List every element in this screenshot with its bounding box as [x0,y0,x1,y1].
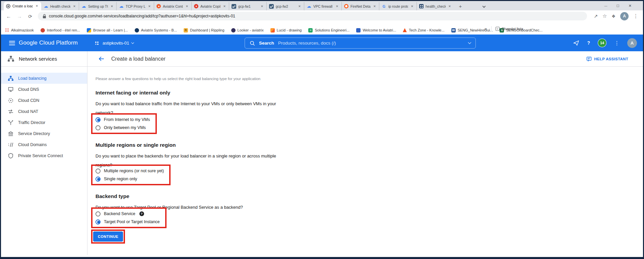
window-controls [593,1,643,10]
bookmark-learn[interactable]: Browse all - Learn |... [87,28,128,33]
tab-gcp-fw1[interactable]: gcp-fw1 [229,2,266,10]
back-icon[interactable] [6,13,12,19]
radio-icon[interactable] [95,219,101,224]
close-icon[interactable] [147,5,151,8]
bookmark-label: Welcome to Aviatri... [363,28,396,32]
bookmark-solutions[interactable]: Solutions Engineeri... [308,28,349,33]
project-selector[interactable]: astipkovits-01 [95,41,134,46]
tab-setting-up-tc[interactable]: Setting up TC [79,2,116,10]
close-icon[interactable] [260,5,264,8]
sidebar-item-cloud-domains[interactable]: Cloud Domains [1,139,87,150]
tab-aviatrix-controller[interactable]: Aviatrix Contr [154,2,191,10]
new-tab-button[interactable] [456,2,465,10]
tab-firenet-detail[interactable]: FireNet Detail [341,2,379,10]
menu-icon[interactable] [9,40,15,46]
sidebar-item-label: Cloud NAT [18,109,38,114]
sidebar-item-label: Service Directory [18,131,50,136]
share-icon[interactable] [594,13,598,19]
tab-tcp-proxy[interactable]: TCP Proxy Loa [116,2,154,10]
bookmark-aviatrix[interactable]: Aviatrix Systems - B... [135,28,177,33]
radio-icon[interactable] [95,211,101,216]
page-header: Create a load balancer HELP ASSISTANT [87,51,643,66]
interfood-icon [41,28,45,33]
looker-icon [231,28,236,33]
bookmark-label: Dashboard | Rippling [190,28,224,32]
tab-create-a-load[interactable]: Create a load [4,2,41,10]
notification-badge[interactable]: 14 [598,39,606,47]
browser-avatar[interactable]: A [620,12,629,20]
tab-ip-route[interactable]: ip route proto [379,2,416,10]
maximize-button[interactable] [617,4,619,8]
send-feedback-icon[interactable] [573,40,579,46]
chevron-down-icon[interactable] [468,41,471,44]
radio-option-backend-service[interactable]: Backend Service [95,210,160,218]
bookmark-star-icon[interactable] [602,13,607,19]
radio-option-from-internet[interactable]: From Internet to my VMs [95,116,150,124]
radio-icon[interactable] [95,125,101,130]
tab-health-checks[interactable]: Health checks [41,2,79,10]
sidebar-item-service-directory[interactable]: Service Directory [1,128,87,139]
bookmark-welcome[interactable]: Welcome to Aviatri... [356,28,396,33]
bookmarks-overflow-icon[interactable] [485,26,487,32]
gcp-brand[interactable]: Google Cloud Platform [19,40,78,46]
reload-icon[interactable] [27,13,33,19]
account-avatar[interactable]: A [627,38,637,48]
extensions-icon[interactable] [611,13,616,19]
radio-option-single-region[interactable]: Single region only [95,175,164,183]
search-input[interactable]: Search Products, resources, docs (/) [245,38,476,49]
bookmark-rippling[interactable]: Dashboard | Rippling [184,28,224,33]
close-icon[interactable] [35,4,39,8]
bookmark-lucid[interactable]: Lucid - drawing [270,28,302,33]
sidebar-item-traffic-director[interactable]: Traffic Director [1,117,87,128]
sidebar-item-private-service-connect[interactable]: Private Service Connect [1,150,87,161]
close-icon[interactable] [72,5,76,8]
close-icon[interactable] [222,5,227,8]
more-options-icon[interactable] [614,40,620,46]
close-icon[interactable] [185,5,189,8]
radio-icon[interactable] [95,169,101,174]
sidebar-item-cloud-nat[interactable]: Cloud NAT [1,106,87,117]
browser-menu-icon[interactable] [633,13,638,19]
sidebar-item-label: Cloud CDN [18,98,39,103]
reading-list-button[interactable]: Olvasási lista [496,27,523,31]
sidebar-item-cloud-cdn[interactable]: Cloud CDN [1,95,87,106]
radio-option-target-pool[interactable]: Target Pool or Target Instance [95,218,160,226]
radio-label: Target Pool or Target Instance [104,219,160,224]
bookmark-apps[interactable]: Alkalmazások [5,28,34,32]
help-tooltip-icon[interactable] [139,211,144,216]
welcome-icon [356,28,361,33]
bookmark-looker[interactable]: Looker - aviatrix [231,28,264,33]
radio-option-only-between[interactable]: Only between my VMs [95,124,150,132]
radio-icon[interactable] [95,117,101,122]
sidebar-item-load-balancing[interactable]: Load balancing [1,73,87,84]
tab-health-check-sheet[interactable]: health_check_ [416,2,454,10]
help-assistant-button[interactable]: HELP ASSISTANT [586,56,628,62]
tab-search-chevron-icon[interactable] [482,5,486,8]
continue-button[interactable]: CONTINUE [93,232,123,242]
tab-label: VPC firewall r [313,4,333,8]
close-icon[interactable] [298,5,302,8]
back-arrow-icon[interactable] [98,56,105,62]
bookmark-techzone[interactable]: Tech Zone - Knowle... [403,28,444,32]
close-icon[interactable] [110,5,114,8]
help-icon[interactable] [587,40,590,46]
close-icon[interactable] [373,5,377,8]
tab-aviatrix-copilot[interactable]: Aviatrix Copil [191,2,229,10]
url-text[interactable]: console.cloud.google.com/net-services/lo… [49,14,235,18]
close-icon[interactable] [448,5,452,8]
window-close-button[interactable] [629,4,632,8]
close-icon[interactable] [335,5,339,8]
tab-vpc-firewall[interactable]: VPC firewall r [304,2,341,10]
radio-option-multiple-regions[interactable]: Multiple regions (or not sure yet) [95,167,164,175]
search-placeholder: Products, resources, docs (/) [278,41,336,46]
address-bar[interactable]: console.cloud.google.com/net-services/lo… [38,12,587,20]
close-icon[interactable] [410,5,414,8]
tab-gcp-fw2[interactable]: gcp-fw2 [266,2,304,10]
bookmark-interfood[interactable]: Interfood - étel ren... [41,28,80,33]
minimize-button[interactable] [604,4,607,8]
radio-icon[interactable] [95,177,101,182]
section-title: Network services [19,56,57,62]
radio-label: Backend Service [104,211,135,216]
bookmark-label: Browse all - Learn |... [93,28,128,32]
sidebar-item-cloud-dns[interactable]: Cloud DNS [1,84,87,95]
